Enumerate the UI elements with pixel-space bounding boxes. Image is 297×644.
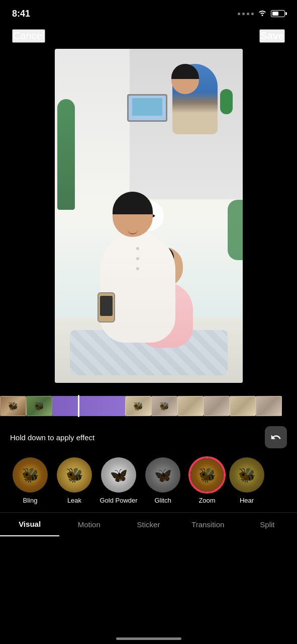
effect-thumb-bling: 🐝 (13, 457, 48, 493)
effect-bling[interactable]: 🐝 Bling (8, 457, 52, 504)
timeline-purple-section (52, 396, 125, 416)
scene-person-background (162, 64, 228, 165)
film-frame[interactable] (204, 396, 230, 416)
signal-icon (238, 13, 254, 15)
battery-fill (272, 12, 278, 16)
scene-monitor (127, 94, 167, 122)
hold-instruction: Hold down to apply effect (10, 433, 94, 442)
home-indicator (116, 637, 181, 640)
tab-motion[interactable]: Motion (59, 513, 119, 536)
effect-thumb-glitch: 🦋 (145, 457, 180, 493)
film-frame[interactable] (177, 396, 204, 416)
save-button[interactable]: Save (259, 29, 285, 43)
effect-thumb-leak: 🐝 (57, 457, 92, 493)
scene-shirt-buttons (100, 232, 175, 270)
signal-dot-4 (251, 13, 254, 15)
film-frame[interactable] (256, 396, 282, 416)
scene-plant-small (220, 89, 233, 114)
undo-icon (270, 432, 281, 443)
timeline[interactable]: 🐝 🐝 🐝 🐝 (0, 391, 297, 421)
undo-button[interactable] (265, 426, 287, 448)
signal-dot-1 (238, 13, 240, 15)
effect-thumb-hear: 🐝 (229, 457, 264, 493)
scene-man-head (171, 64, 199, 94)
effect-leak[interactable]: 🐝 Leak (52, 457, 96, 504)
tab-transition[interactable]: Transition (178, 513, 238, 536)
effect-label-leak: Leak (67, 497, 81, 504)
film-frame[interactable]: 🐝 (151, 396, 177, 416)
effect-goldpowder[interactable]: 🦋 Gold Powder (96, 457, 141, 504)
film-frame[interactable]: 🐝 (26, 396, 52, 416)
battery-icon (271, 10, 285, 17)
timeline-strip: 🐝 🐝 🐝 🐝 (0, 396, 297, 416)
scene-plant-left (57, 99, 75, 210)
scene-mother-smile (128, 229, 138, 234)
tab-split[interactable]: Split (238, 513, 297, 536)
effect-thumb-zoom: 🐝 (189, 457, 225, 493)
controls-section: Hold down to apply effect (0, 421, 297, 453)
signal-dot-3 (247, 13, 249, 15)
scene-monitor-screen (132, 98, 162, 116)
status-icons (238, 9, 285, 18)
film-frame[interactable]: 🐝 (0, 396, 26, 416)
cancel-button[interactable]: Cancel (12, 29, 45, 43)
video-background (55, 49, 243, 383)
effect-label-hear: Hear (240, 497, 254, 504)
effect-zoom[interactable]: 🐝 Zoom (185, 457, 229, 504)
effect-label-glitch: Glitch (154, 497, 171, 504)
film-frame[interactable]: 🐝 (125, 396, 151, 416)
film-frame[interactable] (230, 396, 256, 416)
scene-mother-head (113, 192, 153, 237)
scene-plant-right (228, 200, 243, 260)
tab-visual[interactable]: Visual (0, 513, 59, 536)
effect-hear[interactable]: 🐝 Hear (229, 457, 264, 504)
signal-dot-2 (242, 13, 245, 15)
scene-mother-body (100, 232, 175, 343)
scene-mother-phone (97, 292, 115, 323)
wifi-icon (258, 9, 267, 18)
video-preview (55, 49, 243, 383)
effect-label-zoom: Zoom (199, 497, 215, 504)
scene-mother-hair (113, 192, 153, 214)
status-time: 8:41 (12, 9, 30, 19)
effects-row: 🐝 Bling 🐝 Leak 🦋 Gold Powder 🦋 Glitch (0, 453, 297, 508)
timeline-playhead (78, 395, 79, 417)
scene-mother (95, 192, 180, 343)
effect-label-goldpowder: Gold Powder (100, 497, 137, 504)
effect-thumb-goldpowder: 🦋 (101, 457, 136, 493)
video-scene (55, 49, 243, 383)
category-tabs: Visual Motion Sticker Transition Split (0, 512, 297, 536)
header: Cancel Save (0, 25, 297, 49)
scene-phone-screen (100, 296, 113, 316)
effect-glitch[interactable]: 🦋 Glitch (141, 457, 185, 504)
status-bar: 8:41 (0, 0, 297, 25)
effect-label-bling: Bling (23, 497, 38, 504)
tab-sticker[interactable]: Sticker (119, 513, 178, 536)
